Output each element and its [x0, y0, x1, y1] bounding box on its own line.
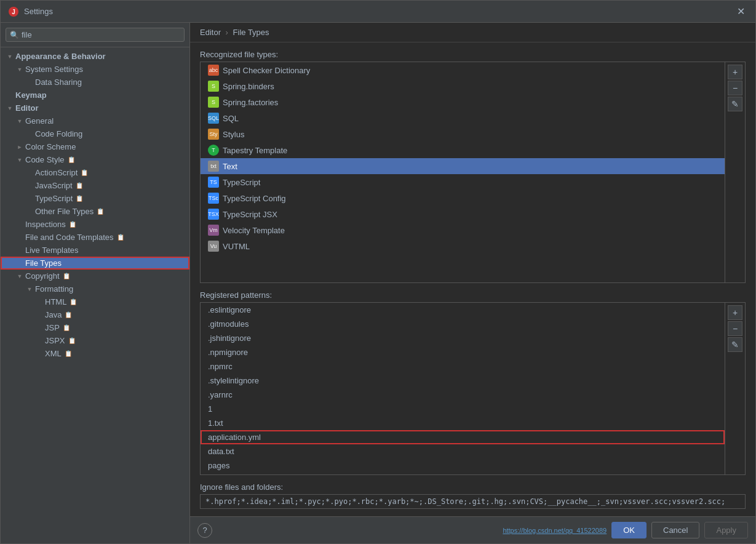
- sidebar-item-other-file-types[interactable]: Other File Types 📋: [1, 205, 189, 218]
- toggle-icon: [25, 130, 34, 138]
- ignore-input[interactable]: [200, 494, 746, 509]
- sidebar-item-label: Other File Types: [35, 207, 94, 216]
- sidebar-item-actionscript[interactable]: ActionScript 📋: [1, 166, 189, 179]
- sidebar-item-java[interactable]: Java 📋: [1, 308, 189, 321]
- list-item[interactable]: .yarnrc: [201, 388, 725, 402]
- list-item[interactable]: pages: [201, 458, 725, 473]
- registered-list-container: .eslintignore .gitmodules .jshintignore …: [200, 302, 746, 475]
- sidebar-item-jspx[interactable]: JSPX 📋: [1, 334, 189, 347]
- sidebar-item-inspections[interactable]: Inspections 📋: [1, 218, 189, 231]
- list-item-label: VUTML: [223, 242, 250, 251]
- bottom-right-buttons: https://blog.csdn.net/qq_41522089 OK Can…: [503, 522, 748, 538]
- list-item[interactable]: 1.txt: [201, 416, 725, 430]
- list-item[interactable]: .eslintignore: [201, 303, 725, 317]
- list-item-label: Text: [223, 162, 237, 171]
- list-item[interactable]: .npmrc: [201, 359, 725, 374]
- list-item[interactable]: .jshintignore: [201, 331, 725, 345]
- sidebar-item-javascript[interactable]: JavaScript 📋: [1, 179, 189, 192]
- list-item[interactable]: .npmignore: [201, 345, 725, 359]
- list-item[interactable]: T Tapestry Template: [201, 142, 725, 158]
- sidebar-item-formatting[interactable]: ▼ Formatting: [1, 282, 189, 295]
- sidebar-item-live-templates[interactable]: Live Templates: [1, 244, 189, 257]
- recognized-list-scroll[interactable]: abc Spell Checker Dictionary S Spring.bi…: [201, 62, 725, 282]
- sidebar-item-file-types[interactable]: File Types: [1, 257, 189, 270]
- help-button[interactable]: ?: [197, 523, 212, 538]
- sidebar-item-editor[interactable]: ▼ Editor: [1, 102, 189, 114]
- list-item-label: Spring.factories: [223, 98, 278, 107]
- list-item[interactable]: abc Spell Checker Dictionary: [201, 62, 725, 78]
- sidebar-item-label: Inspections: [25, 220, 66, 229]
- sidebar-item-typescript[interactable]: TypeScript 📋: [1, 192, 189, 205]
- sql-icon: SQL: [208, 113, 219, 124]
- sidebar-item-label: File and Code Templates: [25, 233, 114, 242]
- registered-list-scroll[interactable]: .eslintignore .gitmodules .jshintignore …: [201, 303, 725, 474]
- list-item[interactable]: TS TypeScript: [201, 174, 725, 190]
- sidebar-item-system-settings[interactable]: ▼ System Settings: [1, 63, 189, 76]
- sidebar-item-label: Color Scheme: [25, 142, 76, 151]
- sidebar-item-code-style[interactable]: ▼ Code Style 📋: [1, 153, 189, 166]
- list-item-label: .yarnrc: [208, 390, 233, 399]
- sidebar-item-file-code-templates[interactable]: File and Code Templates 📋: [1, 231, 189, 244]
- list-item[interactable]: TSX TypeScript JSX: [201, 206, 725, 222]
- apply-button[interactable]: Apply: [704, 522, 748, 538]
- search-input[interactable]: [22, 30, 180, 39]
- panel-content: Recognized file types: abc Spell Checker…: [190, 42, 755, 516]
- registered-list-with-buttons: .eslintignore .gitmodules .jshintignore …: [201, 303, 745, 474]
- list-item[interactable]: Vm Velocity Template: [201, 222, 725, 238]
- list-item[interactable]: data.txt: [201, 444, 725, 458]
- list-item-label: TypeScript Config: [223, 194, 286, 203]
- toggle-icon: [35, 311, 44, 319]
- add-registered-button[interactable]: +: [728, 305, 742, 320]
- search-input-wrap[interactable]: 🔍: [6, 28, 185, 42]
- copy-badge-icon: 📋: [62, 324, 71, 332]
- copy-badge-icon: 📋: [69, 298, 78, 306]
- sidebar-item-data-sharing[interactable]: Data Sharing: [1, 76, 189, 89]
- list-item[interactable]: Vu VUTML: [201, 238, 725, 254]
- list-item-label: .jshintignore: [208, 334, 251, 343]
- list-item-application-yml[interactable]: application.yml: [201, 430, 725, 444]
- sidebar-item-label: System Settings: [25, 65, 83, 74]
- remove-registered-button[interactable]: −: [728, 321, 742, 336]
- list-item-label: TypeScript: [223, 178, 260, 187]
- sidebar-item-html[interactable]: HTML 📋: [1, 295, 189, 308]
- sidebar-item-general[interactable]: ▼ General: [1, 114, 189, 127]
- sidebar-item-label: HTML: [45, 297, 66, 306]
- sidebar-item-copyright[interactable]: ▼ Copyright 📋: [1, 270, 189, 282]
- copy-badge-icon: 📋: [80, 169, 89, 177]
- recognized-section: Recognized file types: abc Spell Checker…: [200, 50, 746, 283]
- edit-recognized-button[interactable]: ✎: [728, 97, 742, 111]
- sidebar-item-appearance[interactable]: ▼ Appearance & Behavior: [1, 50, 189, 63]
- list-item[interactable]: 1: [201, 402, 725, 416]
- list-item-label: Stylus: [223, 130, 244, 139]
- add-recognized-button[interactable]: +: [728, 65, 742, 79]
- list-item[interactable]: S Spring.factories: [201, 94, 725, 110]
- sidebar-item-keymap[interactable]: Keymap: [1, 89, 189, 102]
- list-item[interactable]: txt Text: [201, 158, 725, 174]
- sidebar-item-label: Keymap: [15, 90, 47, 100]
- breadcrumb-separator: ›: [226, 28, 228, 37]
- sidebar-item-color-scheme[interactable]: ► Color Scheme: [1, 140, 189, 153]
- recognized-side-buttons: + − ✎: [725, 62, 745, 282]
- list-item[interactable]: .gitmodules: [201, 317, 725, 331]
- sidebar-item-label: Code Folding: [35, 129, 82, 138]
- list-item[interactable]: S Spring.binders: [201, 78, 725, 94]
- list-item[interactable]: SQL SQL: [201, 110, 725, 126]
- url-hint[interactable]: https://blog.csdn.net/qq_41522089: [503, 527, 607, 534]
- list-item[interactable]: Sty Stylus: [201, 126, 725, 142]
- close-button[interactable]: ✕: [733, 4, 748, 19]
- sidebar-item-jsp[interactable]: JSP 📋: [1, 321, 189, 334]
- sidebar-item-code-folding[interactable]: Code Folding: [1, 127, 189, 140]
- sidebar-item-label: Data Sharing: [35, 78, 82, 87]
- remove-recognized-button[interactable]: −: [728, 81, 742, 95]
- sidebar-tree: ▼ Appearance & Behavior ▼ System Setting…: [1, 47, 189, 543]
- sidebar-item-label: Code Style: [25, 155, 65, 164]
- list-item[interactable]: TSc TypeScript Config: [201, 190, 725, 206]
- app-icon: J: [8, 6, 19, 17]
- ok-button[interactable]: OK: [611, 522, 647, 538]
- cancel-button[interactable]: Cancel: [651, 522, 699, 538]
- sidebar-item-xml[interactable]: XML 📋: [1, 347, 189, 360]
- edit-registered-button[interactable]: ✎: [728, 337, 742, 352]
- content-area: 🔍 ▼ Appearance & Behavior ▼ System Setti…: [1, 23, 755, 543]
- list-item[interactable]: .stylelintignore: [201, 374, 725, 388]
- toggle-icon: [15, 220, 24, 229]
